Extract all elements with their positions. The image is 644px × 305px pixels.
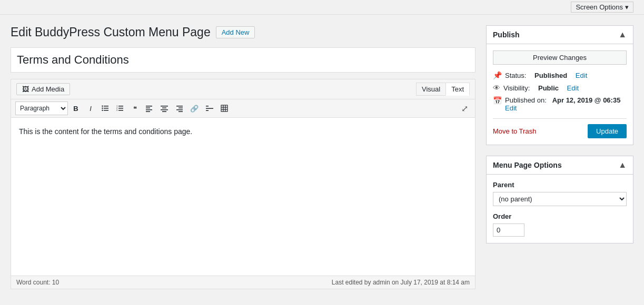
left-panel: Edit BuddyPress Custom Menu Page Add New… <box>11 25 475 289</box>
align-left-button[interactable] <box>143 101 156 115</box>
published-on-row: 📅 Published on: Apr 12, 2019 @ 06:35 Edi… <box>493 96 627 112</box>
italic-button[interactable]: I <box>84 101 97 115</box>
svg-rect-23 <box>179 111 183 113</box>
publish-box-toggle[interactable]: ▲ <box>618 30 627 39</box>
add-media-button[interactable]: 🖼 Add Media <box>16 83 70 95</box>
move-to-trash-link[interactable]: Move to Trash <box>493 127 536 135</box>
svg-rect-13 <box>146 108 150 109</box>
svg-rect-8 <box>118 110 123 111</box>
edit-date-link[interactable]: Edit <box>505 104 517 112</box>
add-media-icon: 🖼 <box>22 85 29 93</box>
svg-rect-7 <box>118 108 123 109</box>
svg-rect-2 <box>104 110 108 111</box>
visual-tab[interactable]: Visual <box>416 83 445 96</box>
svg-text:3: 3 <box>116 109 118 111</box>
visibility-value: Public <box>538 84 559 92</box>
text-tab[interactable]: Text <box>445 83 470 96</box>
svg-point-4 <box>102 108 103 109</box>
editor-container: 🖼 Add Media Visual Text ParagraphHeading… <box>11 79 475 289</box>
post-title-input[interactable] <box>11 47 475 73</box>
publish-box-header: Publish ▲ <box>487 26 633 44</box>
published-on-content: Published on: Apr 12, 2019 @ 06:35 Edit <box>505 96 620 112</box>
expand-editor-button[interactable]: ⤢ <box>459 103 471 115</box>
screen-options-label: Screen Options <box>576 3 623 11</box>
align-right-button[interactable] <box>172 101 186 115</box>
align-center-button[interactable] <box>157 101 171 115</box>
status-row: 📌 Status: Published Edit <box>493 71 627 79</box>
svg-rect-6 <box>118 106 123 107</box>
menu-page-options-toggle[interactable]: ▲ <box>618 160 627 170</box>
word-count-value: 10 <box>52 279 59 286</box>
svg-rect-24 <box>206 108 213 109</box>
add-new-button[interactable]: Add New <box>216 26 255 38</box>
svg-rect-21 <box>179 108 183 109</box>
publish-box-title: Publish <box>493 30 520 39</box>
svg-rect-16 <box>161 106 168 107</box>
publish-actions: Move to Trash Update <box>493 118 627 138</box>
status-edit-link[interactable]: Edit <box>576 72 587 79</box>
paragraph-select[interactable]: ParagraphHeading 1Heading 2Heading 3Head… <box>15 101 68 115</box>
preview-changes-button[interactable]: Preview Changes <box>493 50 627 65</box>
top-bar: Screen Options ▾ <box>0 0 644 15</box>
screen-options-arrow: ▾ <box>625 3 629 11</box>
svg-rect-25 <box>206 106 209 107</box>
visibility-edit-link[interactable]: Edit <box>567 84 579 92</box>
word-count-label: Word count: <box>16 279 50 286</box>
link-button[interactable]: 🔗 <box>187 101 202 115</box>
status-value: Published <box>534 72 567 79</box>
update-button[interactable]: Update <box>588 124 627 138</box>
svg-rect-27 <box>221 105 227 111</box>
visibility-label: Visibility: <box>503 84 530 92</box>
menu-page-options-title: Menu Page Options <box>493 161 562 169</box>
svg-rect-15 <box>146 111 150 113</box>
parent-label: Parent <box>493 181 627 189</box>
editor-content: This is the content for the terms and co… <box>19 126 467 137</box>
svg-rect-26 <box>206 110 209 111</box>
last-edited-text: Last edited by admin on July 17, 2019 at… <box>332 279 470 286</box>
editor-toolbar-top: 🖼 Add Media Visual Text <box>11 79 475 99</box>
editor-formatting-bar: ParagraphHeading 1Heading 2Heading 3Head… <box>11 99 475 118</box>
page-title-row: Edit BuddyPress Custom Menu Page Add New <box>11 25 475 39</box>
horizontal-rule-button[interactable] <box>203 101 216 115</box>
svg-rect-0 <box>104 106 108 107</box>
svg-point-5 <box>102 110 103 111</box>
svg-rect-17 <box>162 108 166 109</box>
visibility-icon: 👁 <box>493 84 500 92</box>
parent-select[interactable]: (no parent) <box>493 192 627 206</box>
calendar-icon: 📅 <box>493 96 502 105</box>
order-label: Order <box>493 212 627 220</box>
visual-text-tabs: Visual Text <box>416 83 470 96</box>
publish-box: Publish ▲ Preview Changes 📌 Status: Publ… <box>486 25 633 145</box>
menu-page-options-content: Parent (no parent) Order <box>487 175 633 243</box>
word-count-area: Word count: 10 <box>16 279 59 286</box>
right-panel: Publish ▲ Preview Changes 📌 Status: Publ… <box>486 25 633 289</box>
blockquote-button[interactable]: ❝ <box>128 101 142 115</box>
published-on-label: Published on: <box>505 96 547 104</box>
menu-page-options-box: Menu Page Options ▲ Parent (no parent) O… <box>486 156 633 243</box>
published-on-value: Apr 12, 2019 @ 06:35 <box>552 96 621 104</box>
status-icon: 📌 <box>493 71 502 79</box>
svg-rect-22 <box>176 109 183 110</box>
main-content: Edit BuddyPress Custom Menu Page Add New… <box>0 15 644 300</box>
bold-button[interactable]: B <box>69 101 83 115</box>
status-label: Status: <box>505 72 526 79</box>
svg-point-3 <box>102 106 103 107</box>
table-button[interactable] <box>217 101 231 115</box>
add-media-label: Add Media <box>32 85 64 93</box>
svg-rect-19 <box>162 111 166 113</box>
svg-rect-20 <box>176 106 183 107</box>
editor-body[interactable]: This is the content for the terms and co… <box>11 118 475 276</box>
unordered-list-button[interactable] <box>98 101 112 115</box>
svg-rect-18 <box>161 109 168 110</box>
ordered-list-button[interactable]: 123 <box>113 101 127 115</box>
page-title: Edit BuddyPress Custom Menu Page <box>11 25 211 39</box>
publish-box-content: Preview Changes 📌 Status: Published Edit… <box>487 44 633 145</box>
svg-rect-14 <box>146 109 152 110</box>
svg-rect-12 <box>146 106 152 107</box>
visibility-row: 👁 Visibility: Public Edit <box>493 84 627 92</box>
screen-options-button[interactable]: Screen Options ▾ <box>571 2 633 13</box>
menu-page-options-header: Menu Page Options ▲ <box>487 156 633 175</box>
order-input[interactable] <box>493 223 524 237</box>
svg-rect-1 <box>104 108 108 109</box>
editor-footer: Word count: 10 Last edited by admin on J… <box>11 276 475 289</box>
